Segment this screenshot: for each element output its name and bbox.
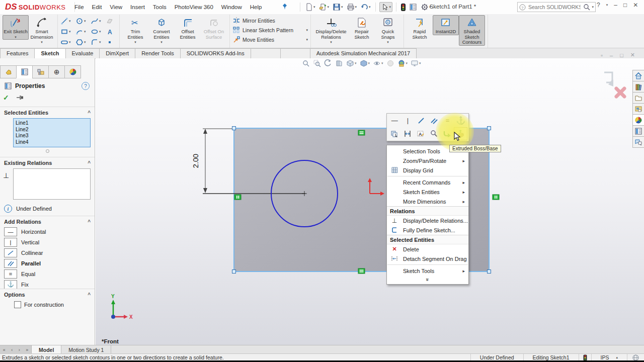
minimize-button[interactable]: – bbox=[614, 2, 617, 9]
doc-close-icon[interactable]: ✕ bbox=[630, 52, 635, 58]
list-item[interactable]: Line4 bbox=[14, 139, 90, 145]
doc-maximize-icon[interactable]: □ bbox=[620, 52, 623, 58]
menu-item-more-dimensions[interactable]: More Dimensions▸ bbox=[387, 197, 468, 206]
maximize-button[interactable]: □ bbox=[623, 2, 627, 9]
make-fixed-button[interactable]: ⚓ bbox=[454, 115, 467, 127]
menu-item-sketch-entities[interactable]: Sketch Entities▸ bbox=[387, 187, 468, 197]
file-explorer-tab[interactable] bbox=[632, 92, 644, 104]
tab-render-tools[interactable]: Render Tools bbox=[135, 48, 181, 58]
plane-tool-button[interactable] bbox=[106, 17, 117, 25]
close-button[interactable]: ✕ bbox=[633, 2, 638, 9]
selected-entities-list[interactable]: Line1 Line2 Line3 Line4 bbox=[13, 118, 91, 147]
make-parallel-button[interactable] bbox=[428, 115, 441, 127]
status-globe[interactable] bbox=[627, 354, 644, 361]
corner-handle[interactable] bbox=[488, 270, 491, 274]
select-tool-button[interactable]: ▾ bbox=[379, 2, 393, 12]
relation-badge-right[interactable] bbox=[493, 195, 499, 200]
corner-handle[interactable] bbox=[232, 270, 236, 274]
custom-properties-tab[interactable] bbox=[632, 125, 644, 137]
list-resize-grip[interactable] bbox=[46, 149, 49, 153]
make-collinear-button[interactable] bbox=[415, 115, 427, 127]
tab-solidworks-addins[interactable]: SOLIDWORKS Add-Ins bbox=[180, 48, 251, 58]
existing-relations-list[interactable] bbox=[13, 168, 91, 200]
fillet-tool-button[interactable]: ▾ bbox=[91, 38, 106, 46]
units-selector[interactable]: IPS▴ bbox=[591, 354, 627, 361]
move-entities-button[interactable]: Move Entities ▾ bbox=[232, 36, 308, 44]
list-item[interactable]: Line2 bbox=[14, 126, 90, 133]
pin-menu-icon[interactable] bbox=[282, 3, 288, 10]
make-block-button[interactable] bbox=[388, 128, 401, 140]
print-button[interactable]: ▾ bbox=[346, 3, 358, 12]
undo-button[interactable]: ▾ bbox=[359, 3, 372, 12]
graphics-viewport[interactable]: ▾ ▾ ▾ ▾ ▾ bbox=[96, 58, 644, 345]
new-document-button[interactable]: ▾ bbox=[304, 3, 316, 12]
collapse-chevron-icon[interactable]: ^ bbox=[88, 292, 91, 298]
options-header[interactable]: Options ^ bbox=[0, 289, 95, 299]
dimension-value[interactable]: 2.00 bbox=[192, 154, 200, 168]
slot-tool-button[interactable]: ▾ bbox=[60, 38, 75, 46]
menu-item-detach-segment[interactable]: Detach Segment On Drag bbox=[387, 254, 468, 263]
menu-edit[interactable]: Edit bbox=[92, 4, 102, 10]
panel-help-icon[interactable]: ? bbox=[82, 82, 90, 90]
trim-entities-button[interactable]: ✂ Trim Entities ▾ bbox=[122, 15, 148, 45]
list-item[interactable]: Line1 bbox=[14, 120, 90, 126]
add-relations-header[interactable]: Add Relations ^ bbox=[0, 216, 95, 226]
make-horizontal-button[interactable]: — bbox=[388, 115, 401, 127]
menu-window[interactable]: Window bbox=[221, 4, 242, 10]
menu-expand-button[interactable]: » bbox=[387, 276, 468, 283]
linear-sketch-pattern-button[interactable]: Linear Sketch Pattern ▾ bbox=[232, 26, 308, 34]
save-button[interactable]: ▾ bbox=[332, 3, 344, 12]
relation-equal-button[interactable]: = Equal bbox=[0, 268, 95, 279]
scroll-first-icon[interactable]: « bbox=[3, 347, 6, 352]
menu-item-zoom-pan-rotate[interactable]: Zoom/Pan/Rotate▸ bbox=[387, 156, 468, 165]
menu-item-fully-define-sketch[interactable]: Fully Define Sketch... bbox=[387, 225, 468, 235]
confirm-sketch-icon[interactable] bbox=[604, 72, 613, 86]
corner-handle[interactable] bbox=[232, 127, 236, 130]
open-document-button[interactable]: ▾ bbox=[318, 3, 331, 12]
instant2d-button[interactable]: Instant2D bbox=[433, 15, 459, 35]
tab-sketch[interactable]: Sketch bbox=[34, 48, 65, 58]
mirror-entities-button[interactable]: Mirror Entities bbox=[232, 17, 308, 25]
arc-tool-button[interactable]: ▾ bbox=[75, 28, 91, 36]
smart-dimension-button[interactable]: Smart Dimension ▾ bbox=[29, 15, 55, 45]
tab-autodesk-simulation[interactable]: Autodesk Simulation Mechanical 2017 bbox=[310, 48, 417, 58]
relation-badge-left[interactable] bbox=[234, 195, 241, 200]
solidworks-resources-tab[interactable] bbox=[632, 70, 644, 81]
tab-features[interactable]: Features bbox=[0, 48, 35, 58]
menu-tools[interactable]: Tools bbox=[153, 4, 167, 10]
quick-snaps-button[interactable]: Quick Snaps ▾ bbox=[375, 15, 401, 45]
fully-define-button[interactable] bbox=[401, 128, 414, 140]
ellipse-tool-button[interactable]: ▾ bbox=[91, 28, 106, 36]
menu-item-recent-commands[interactable]: Recent Commands▸ bbox=[387, 177, 468, 187]
point-tool-button[interactable] bbox=[106, 38, 117, 46]
menu-item-delete[interactable]: ✕ Delete bbox=[387, 244, 468, 254]
tab-dimxpert[interactable]: DimXpert bbox=[99, 48, 135, 58]
menu-item-display-delete-relations[interactable]: ⊥ Display/Delete Relations... bbox=[387, 216, 468, 225]
scroll-next-icon[interactable]: › bbox=[19, 347, 20, 352]
corner-handle[interactable] bbox=[488, 127, 491, 130]
scroll-prev-icon[interactable]: ‹ bbox=[11, 347, 13, 352]
tab-evaluate[interactable]: Evaluate bbox=[65, 48, 100, 58]
relation-badge-top[interactable] bbox=[358, 130, 365, 135]
make-equal-button[interactable]: = bbox=[441, 115, 454, 127]
search-icon[interactable] bbox=[583, 4, 590, 11]
repair-sketch-button[interactable]: Repair Sketch bbox=[349, 15, 375, 40]
menu-item-sketch-tools[interactable]: Sketch Tools▸ bbox=[387, 266, 468, 276]
ok-button[interactable]: ✓ bbox=[3, 94, 9, 102]
solidworks-forum-tab[interactable] bbox=[632, 136, 644, 148]
rapid-sketch-button[interactable]: Rapid Sketch bbox=[407, 15, 433, 40]
model-tab[interactable]: Model bbox=[32, 345, 61, 354]
sketch-text-tool-button[interactable]: A bbox=[106, 28, 117, 36]
menu-insert[interactable]: Insert bbox=[130, 4, 145, 10]
dimxpertmanager-tab[interactable]: ⊕ bbox=[48, 65, 65, 78]
exit-sketch-button[interactable]: Exit Sketch ▾ bbox=[3, 15, 29, 40]
line-tool-button[interactable]: ▾ bbox=[60, 17, 75, 25]
sketch-canvas[interactable]: 2.00 bbox=[96, 58, 644, 345]
view-palette-tab[interactable] bbox=[632, 103, 644, 115]
propertymanager-tab[interactable] bbox=[16, 65, 33, 78]
for-construction-option[interactable]: For construction bbox=[0, 299, 95, 310]
featuremanager-tree-tab[interactable] bbox=[0, 65, 17, 78]
configurationmanager-tab[interactable]: B bbox=[32, 65, 49, 78]
relation-collinear-button[interactable]: Collinear bbox=[0, 247, 95, 258]
relation-badge-bottom[interactable] bbox=[358, 268, 365, 274]
